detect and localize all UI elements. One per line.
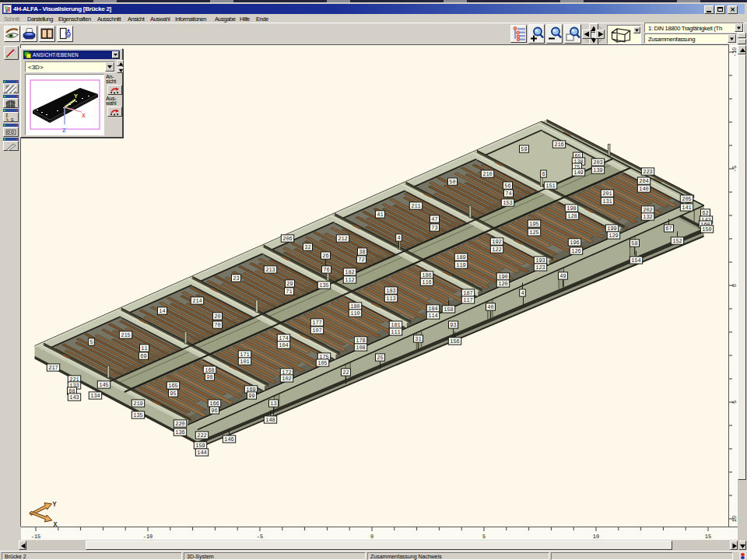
svg-text:40: 40 [487, 304, 493, 310]
svg-text:148: 148 [265, 417, 275, 423]
svg-text:Y: Y [53, 501, 58, 509]
svg-text:105: 105 [317, 360, 328, 366]
svg-text:150: 150 [702, 226, 712, 233]
svg-text:192: 192 [492, 239, 502, 245]
svg-text:131: 131 [602, 198, 612, 205]
svg-text:219: 219 [133, 401, 143, 407]
svg-text:201: 201 [602, 191, 612, 197]
svg-text:216: 216 [554, 142, 564, 148]
svg-text:4: 4 [521, 290, 524, 296]
svg-text:62: 62 [702, 210, 708, 216]
svg-text:129: 129 [608, 233, 619, 239]
svg-text:0: 0 [370, 534, 374, 540]
svg-text:212: 212 [338, 236, 348, 242]
svg-text:151: 151 [545, 183, 556, 189]
svg-text:205: 205 [682, 196, 692, 202]
svg-text:Y: Y [74, 93, 78, 100]
svg-text:184: 184 [428, 306, 438, 312]
svg-text:135: 135 [133, 412, 143, 418]
svg-text:101: 101 [240, 359, 250, 365]
svg-text:20: 20 [214, 313, 220, 320]
svg-text:149: 149 [573, 170, 584, 176]
svg-text:116: 116 [422, 279, 432, 285]
svg-text:177: 177 [312, 320, 322, 326]
svg-text:-10: -10 [731, 47, 738, 58]
svg-text:195: 195 [529, 221, 539, 227]
svg-text:X: X [82, 112, 86, 119]
svg-text:13: 13 [270, 401, 276, 407]
svg-text:0: 0 [731, 284, 738, 287]
svg-text:111: 111 [391, 329, 401, 335]
svg-text:99: 99 [248, 393, 254, 399]
svg-text:32: 32 [304, 244, 310, 250]
svg-text:211: 211 [411, 203, 421, 209]
svg-text:139: 139 [593, 167, 603, 173]
svg-text:159: 159 [195, 443, 205, 449]
svg-text:140: 140 [639, 186, 649, 192]
svg-text:96: 96 [211, 408, 217, 414]
svg-text:114: 114 [428, 313, 438, 319]
svg-text:5: 5 [731, 401, 738, 404]
svg-text:95: 95 [170, 390, 176, 397]
svg-text:26: 26 [322, 253, 328, 259]
svg-text:165: 165 [168, 383, 178, 389]
svg-text:171: 171 [240, 352, 250, 358]
svg-text:202: 202 [643, 207, 653, 213]
svg-text:38: 38 [359, 249, 365, 255]
svg-text:134: 134 [90, 393, 100, 399]
svg-text:166: 166 [209, 401, 219, 407]
svg-text:143: 143 [69, 394, 79, 401]
svg-text:146: 146 [224, 436, 234, 443]
svg-text:174: 174 [279, 335, 289, 341]
svg-text:41: 41 [377, 212, 383, 218]
svg-text:213: 213 [265, 267, 275, 273]
svg-text:72: 72 [358, 257, 364, 263]
svg-text:50: 50 [449, 179, 455, 185]
svg-text:186: 186 [422, 272, 432, 278]
svg-text:112: 112 [345, 277, 355, 283]
svg-text:10: 10 [731, 516, 738, 522]
svg-text:199: 199 [607, 226, 617, 232]
svg-text:4: 4 [397, 235, 400, 241]
svg-text:11: 11 [141, 345, 147, 352]
svg-text:182: 182 [345, 269, 355, 275]
svg-text:180: 180 [350, 303, 360, 310]
svg-text:93: 93 [450, 322, 456, 328]
svg-text:23: 23 [233, 275, 239, 282]
svg-text:98: 98 [206, 374, 212, 380]
svg-text:31: 31 [415, 336, 421, 342]
svg-text:156: 156 [450, 338, 460, 345]
svg-text:108: 108 [356, 345, 366, 351]
svg-text:132: 132 [643, 214, 653, 220]
svg-text:122: 122 [492, 247, 502, 253]
svg-text:6: 6 [542, 171, 545, 177]
svg-text:190: 190 [498, 274, 508, 280]
svg-text:-5: -5 [731, 166, 738, 172]
svg-text:-5: -5 [257, 534, 263, 540]
svg-text:203: 203 [593, 159, 603, 166]
svg-text:187: 187 [463, 290, 473, 296]
svg-text:223: 223 [643, 169, 653, 175]
svg-text:189: 189 [456, 254, 466, 261]
svg-text:141: 141 [682, 205, 692, 211]
svg-text:104: 104 [279, 342, 289, 348]
svg-text:X: X [54, 521, 58, 527]
svg-text:76: 76 [323, 267, 329, 273]
svg-text:220: 220 [175, 421, 185, 427]
svg-text:145: 145 [99, 382, 109, 388]
svg-text:125: 125 [529, 229, 539, 236]
svg-text:181: 181 [391, 322, 401, 328]
svg-text:Z: Z [62, 127, 66, 134]
svg-text:73: 73 [431, 225, 437, 231]
svg-text:183: 183 [386, 288, 396, 294]
svg-text:25: 25 [377, 355, 383, 361]
svg-text:14: 14 [159, 308, 165, 314]
svg-text:126: 126 [571, 248, 581, 254]
svg-text:56: 56 [504, 183, 510, 189]
svg-text:59: 59 [521, 146, 527, 152]
svg-text:178: 178 [356, 338, 366, 344]
svg-text:222: 222 [197, 432, 207, 439]
svg-text:71: 71 [286, 289, 292, 295]
svg-text:204: 204 [639, 178, 649, 184]
svg-text:110: 110 [350, 310, 360, 317]
